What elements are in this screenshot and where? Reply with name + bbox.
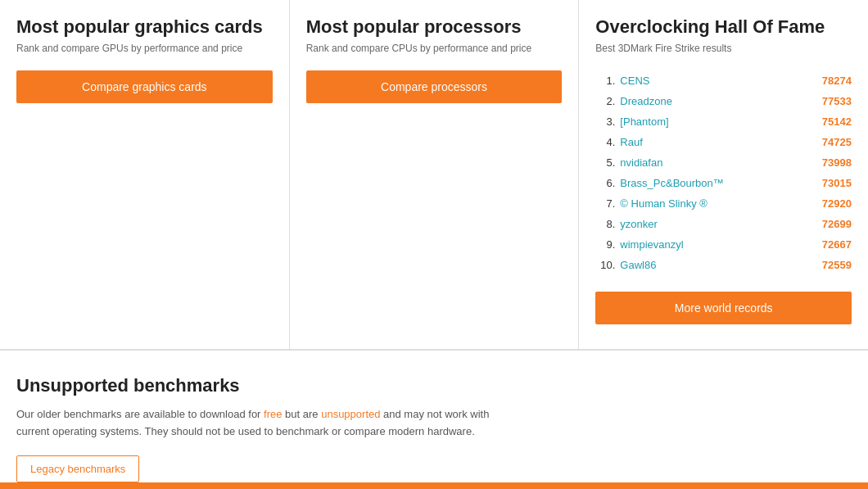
processors-panel: Most popular processors Rank and compare… (290, 0, 580, 349)
player-name[interactable]: © Human Slinky ® (620, 197, 822, 210)
score-value: 72667 (822, 238, 852, 251)
unsupported-text: Our older benchmarks are available to do… (16, 406, 508, 441)
rank-label: 3. (595, 115, 615, 128)
table-row: 10. Gawl86 72559 (595, 255, 852, 275)
more-world-records-button[interactable]: More world records (595, 292, 852, 324)
table-row: 8. yzonker 72699 (595, 214, 852, 234)
unsupported-highlight: unsupported (321, 408, 380, 420)
compare-processors-button[interactable]: Compare processors (306, 70, 563, 103)
score-value: 72559 (822, 259, 852, 271)
processors-title: Most popular processors (306, 16, 563, 38)
table-row: 9. wimpievanzyl 72667 (595, 234, 852, 255)
graphics-panel: Most popular graphics cards Rank and com… (0, 0, 290, 349)
compare-graphics-button[interactable]: Compare graphics cards (16, 70, 273, 103)
footer-bar (0, 482, 868, 489)
table-row: 7. © Human Slinky ® 72920 (595, 193, 852, 214)
hof-panel: Overclocking Hall Of Fame Best 3DMark Fi… (579, 0, 868, 349)
hof-list: 1. CENS 78274 2. Dreadzone 77533 3. [Pha… (595, 70, 852, 275)
score-value: 77533 (822, 95, 852, 107)
table-row: 6. Brass_Pc&Bourbon™ 73015 (595, 173, 852, 193)
legacy-benchmarks-button[interactable]: Legacy benchmarks (16, 455, 139, 482)
score-value: 74725 (822, 136, 852, 148)
rank-label: 2. (595, 95, 615, 107)
table-row: 4. Rauf 74725 (595, 132, 852, 152)
player-name[interactable]: yzonker (620, 218, 822, 230)
unsupported-section: Unsupported benchmarks Our older benchma… (0, 351, 868, 489)
player-name[interactable]: CENS (620, 75, 822, 87)
player-name[interactable]: [Phantom] (620, 115, 822, 128)
graphics-subtitle: Rank and compare GPUs by performance and… (16, 43, 273, 54)
score-value: 72699 (822, 218, 852, 230)
rank-label: 10. (595, 259, 615, 271)
score-value: 72920 (822, 197, 852, 210)
score-value: 73015 (822, 177, 852, 189)
score-value: 78274 (822, 75, 852, 87)
table-row: 1. CENS 78274 (595, 70, 852, 91)
rank-label: 1. (595, 75, 615, 87)
main-panels: Most popular graphics cards Rank and com… (0, 0, 868, 351)
score-value: 75142 (822, 115, 852, 128)
player-name[interactable]: wimpievanzyl (620, 238, 822, 251)
graphics-title: Most popular graphics cards (16, 16, 273, 38)
hof-title: Overclocking Hall Of Fame (595, 16, 852, 38)
rank-label: 4. (595, 136, 615, 148)
unsupported-title: Unsupported benchmarks (16, 375, 852, 396)
table-row: 2. Dreadzone 77533 (595, 91, 852, 111)
rank-label: 9. (595, 238, 615, 251)
rank-label: 5. (595, 156, 615, 169)
table-row: 3. [Phantom] 75142 (595, 111, 852, 132)
rank-label: 6. (595, 177, 615, 189)
player-name[interactable]: Brass_Pc&Bourbon™ (620, 177, 822, 189)
rank-label: 7. (595, 197, 615, 210)
processors-subtitle: Rank and compare CPUs by performance and… (306, 43, 563, 54)
score-value: 73998 (822, 156, 852, 169)
hof-subtitle: Best 3DMark Fire Strike results (595, 43, 852, 54)
player-name[interactable]: Rauf (620, 136, 822, 148)
free-highlight: free (264, 408, 282, 420)
player-name[interactable]: nvidiafan (620, 156, 822, 169)
table-row: 5. nvidiafan 73998 (595, 152, 852, 173)
player-name[interactable]: Gawl86 (620, 259, 822, 271)
rank-label: 8. (595, 218, 615, 230)
player-name[interactable]: Dreadzone (620, 95, 822, 107)
